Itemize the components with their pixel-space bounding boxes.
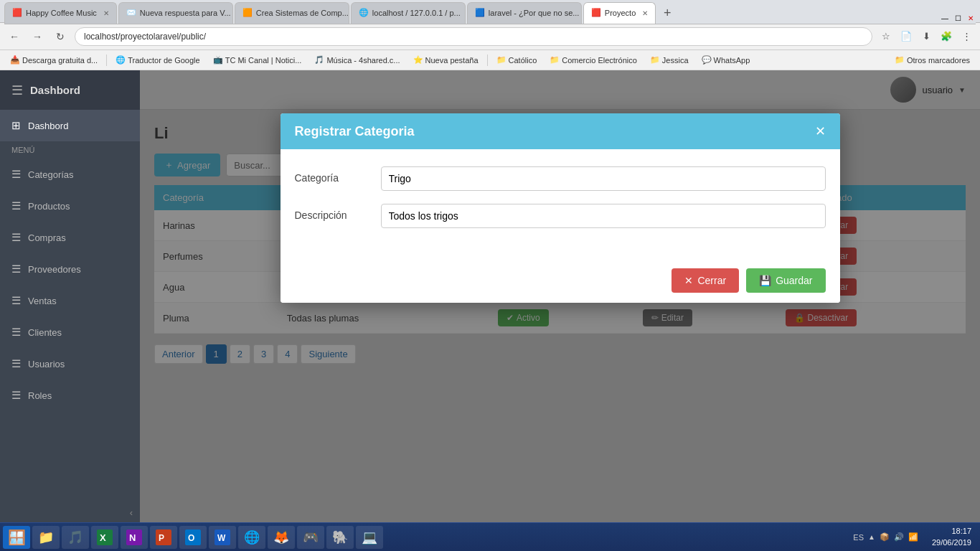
sidebar-item-clientes[interactable]: ☰ Clientes [0,316,140,348]
sidebar-item-proveedores[interactable]: ☰ Proveedores [0,253,140,285]
sidebar-item-dashboard[interactable]: ⊞ Dashbord [0,110,140,141]
modal-overlay[interactable]: Registrar Categoria ✕ Categoría Descripc… [140,70,980,525]
clock-date: 29/06/2019 [932,537,971,548]
bookmark-tc[interactable]: 📺TC Mi Canal | Notici... [209,54,306,66]
back-button[interactable]: ← [6,28,23,45]
sidebar-item-proveedores-label: Proveedores [28,264,81,275]
systray-speaker-icon[interactable]: 🔊 [894,532,904,542]
sidebar-collapse-button[interactable]: ‹ [0,499,140,525]
systray-network-icon[interactable]: 📶 [908,532,918,542]
forward-button[interactable]: → [29,28,46,45]
taskbar-item-word[interactable]: W [209,526,236,549]
taskbar-item-xampp[interactable]: 🐘 [326,526,354,549]
sidebar-item-ventas[interactable]: ☰ Ventas [0,285,140,316]
svg-text:N: N [129,532,136,543]
address-bar: ← → ↻ ☆ 📄 ⬇ 🧩 ⋮ [0,23,980,50]
tab-1[interactable]: 🟥 Happy Coffee Music ✕ [4,2,117,24]
powerpoint-icon: P [156,529,171,545]
epic-icon: 🎮 [303,529,319,545]
bookmark-catolico[interactable]: 📁Católico [492,54,542,66]
taskbar-item-excel[interactable]: X [91,526,118,549]
adobe-icon[interactable]: 📄 [898,29,914,44]
taskbar-time[interactable]: 18:17 29/06/2019 [926,526,977,548]
guardar-button[interactable]: 💾 Guardar [746,268,825,293]
modal-footer: ✕ Cerrar 💾 Guardar [281,258,840,303]
sidebar-title: Dashbord [30,84,80,96]
sidebar-item-roles-label: Roles [28,390,52,401]
tab-1-close[interactable]: ✕ [103,9,109,17]
taskbar-item-chrome[interactable]: 🌐 [238,526,265,549]
systray-up-icon[interactable]: ▲ [868,533,875,541]
tab-6-close[interactable]: ✕ [642,9,648,17]
taskbar-item-epic[interactable]: 🎮 [297,526,324,549]
sidebar-item-usuarios-label: Usuarios [28,359,65,369]
address-input[interactable] [75,27,872,46]
modal-body: Categoría Descripción [281,149,840,258]
taskbar-item-firefox[interactable]: 🦊 [268,526,295,549]
taskbar-item-app[interactable]: 💻 [356,526,383,549]
sidebar-item-productos[interactable]: ☰ Productos [0,190,140,222]
tab-6[interactable]: 🟥 Proyecto ✕ [583,2,656,24]
bookmark-descarga[interactable]: 📥Descarga gratuita d... [6,54,102,66]
tab-1-label: Happy Coffee Music [26,9,97,17]
productos-icon: ☰ [11,199,21,212]
tab-5-label: laravel - ¿Por que no se... [489,9,580,17]
bookmark-musica[interactable]: 🎵Música - 4shared.c... [310,54,404,66]
modal-registrar-categoria: Registrar Categoria ✕ Categoría Descripc… [281,113,840,303]
cerrar-button[interactable]: ✕ Cerrar [672,268,739,293]
form-group-descripcion: Descripción [295,204,826,228]
systray: ES ▲ 📦 🔊 📶 [847,532,924,542]
bookmark-star-icon[interactable]: ☆ [878,29,894,44]
close-button[interactable]: ✕ [966,14,976,24]
taskbar-item-music[interactable]: 🎵 [62,526,89,549]
tab-5[interactable]: 🟦 laravel - ¿Por que no se... ✕ [467,2,582,24]
sidebar: ☰ Dashbord ⊞ Dashbord MENÚ ☰ Categorías … [0,70,140,525]
categoria-input[interactable] [381,166,826,191]
bookmark-jessica[interactable]: 📁Jessica [646,54,693,66]
tab-2-favicon: ✉️ [126,8,136,18]
app-icon: 💻 [362,529,377,545]
bookmark-otros[interactable]: 📁Otros marcadores [890,54,974,66]
settings-icon[interactable]: ⋮ [958,29,974,44]
download-icon[interactable]: ⬇ [918,29,934,44]
xampp-icon: 🐘 [332,529,348,545]
bookmark-nueva-pestana[interactable]: ⭐Nueva pestaña [409,54,483,66]
descripcion-label: Descripción [295,204,381,221]
tab-2-label: Nueva respuesta para V... [140,9,231,17]
sidebar-item-usuarios[interactable]: ☰ Usuarios [0,348,140,380]
sidebar-item-compras[interactable]: ☰ Compras [0,222,140,253]
modal-close-button[interactable]: ✕ [815,123,826,139]
hamburger-icon[interactable]: ☰ [11,83,23,98]
sidebar-item-productos-label: Productos [28,201,70,212]
tab-4-label: localhost / 127.0.0.1 / p... [372,9,461,17]
taskbar-item-explorer[interactable]: 📁 [32,526,60,549]
app-area: ☰ Dashbord ⊞ Dashbord MENÚ ☰ Categorías … [0,70,980,525]
bookmark-comercio[interactable]: 📁Comercio Electrónico [545,54,641,66]
sidebar-item-ventas-label: Ventas [28,296,57,306]
tab-3[interactable]: 🟧 Crea Sistemas de Comp... ✕ [235,2,349,24]
compras-icon: ☰ [11,231,21,244]
new-tab-button[interactable]: + [657,4,677,24]
taskbar-item-powerpoint[interactable]: P [150,526,177,549]
onenote-icon: N [126,529,142,545]
sidebar-item-categorias-label: Categorías [28,169,74,180]
start-button[interactable]: 🪟 [3,526,30,549]
bookmark-traductor[interactable]: 🌐Traductor de Google [111,54,204,66]
taskbar-item-outlook[interactable]: O [179,526,207,549]
maximize-button[interactable]: ☐ [953,14,963,24]
taskbar-item-onenote[interactable]: N [121,526,148,549]
chrome-icon: 🌐 [244,529,260,545]
tab-4[interactable]: 🌐 localhost / 127.0.0.1 / p... ✕ [351,2,466,24]
categoria-label: Categoría [295,166,381,184]
descripcion-input[interactable] [381,204,826,228]
sidebar-item-roles[interactable]: ☰ Roles [0,380,140,411]
refresh-button[interactable]: ↻ [52,28,69,45]
sidebar-item-categorias[interactable]: ☰ Categorías [0,159,140,190]
bookmark-whatsapp[interactable]: 💬WhatsApp [697,54,755,66]
tab-4-favicon: 🌐 [359,8,369,18]
minimize-button[interactable]: — [940,14,950,24]
extension-icon[interactable]: 🧩 [938,29,954,44]
svg-text:O: O [188,533,194,543]
roles-icon: ☰ [11,389,21,402]
tab-2[interactable]: ✉️ Nueva respuesta para V... ✕ [118,2,233,24]
